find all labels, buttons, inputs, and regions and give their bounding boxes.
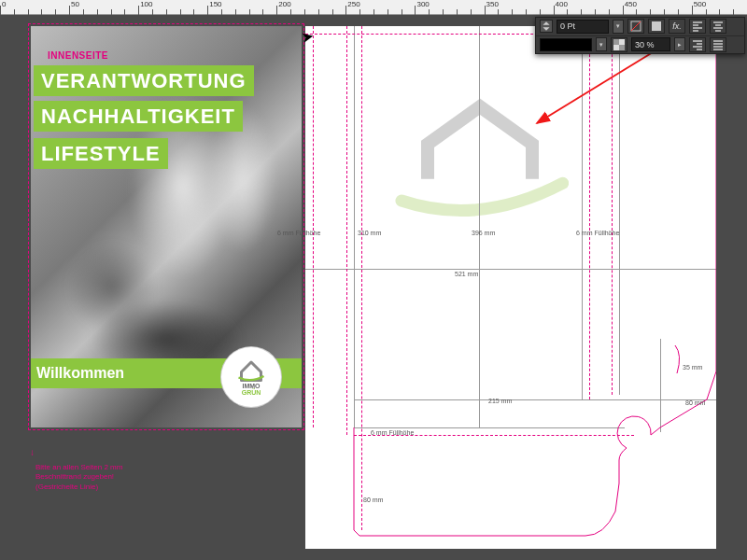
fill-swatch-dropdown[interactable]: ▾ [596,37,607,51]
svg-line-2 [631,21,641,31]
fx-button[interactable]: fx. [669,19,685,34]
opacity-dropdown[interactable]: ▸ [674,37,685,51]
no-fill-button[interactable] [627,19,644,34]
stroke-weight-stepper[interactable] [540,20,553,33]
bleed-outline-left [28,23,304,430]
fill-swatch[interactable] [540,38,592,51]
stroke-weight-dropdown[interactable]: ▾ [613,20,624,34]
svg-rect-5 [613,39,619,45]
svg-rect-3 [652,21,661,31]
bleed-note: ↓ Bitte an allen Seiten 2 mm Beschnittra… [35,463,122,492]
document-spread: INNENSEITE VERANTWORTUNG NACHHALTIGKEIT … [28,26,719,549]
align-right-button[interactable] [689,37,706,52]
bleed-note-l3: (Gestrichelte Linie) [35,483,122,492]
panel-row-fill: ▾ 30 % ▸ [536,35,744,53]
bleed-note-l2: Beschnittrand zugeben! [35,472,122,482]
align-center-button[interactable] [710,19,726,34]
page-right [305,26,716,549]
bleed-note-l1: Bitte an allen Seiten 2 mm [35,463,122,472]
align-justify-button[interactable] [710,37,726,52]
align-left-button[interactable] [689,19,706,34]
solid-fill-button[interactable] [648,19,665,34]
control-panel: 0 Pt ▾ fx. ▾ 30 % ▸ [535,17,745,54]
down-arrow-icon: ↓ [30,446,35,458]
stroke-weight-field[interactable]: 0 Pt [557,20,609,34]
checker-button[interactable] [611,37,627,52]
ruler-horizontal: 050100150200250300350400450500 [0,0,747,15]
workspace: INNENSEITE VERANTWORTUNG NACHHALTIGKEIT … [0,15,747,560]
svg-rect-6 [619,45,625,50]
panel-row-stroke: 0 Pt ▾ fx. [536,18,744,35]
opacity-field[interactable]: 30 % [631,37,670,51]
